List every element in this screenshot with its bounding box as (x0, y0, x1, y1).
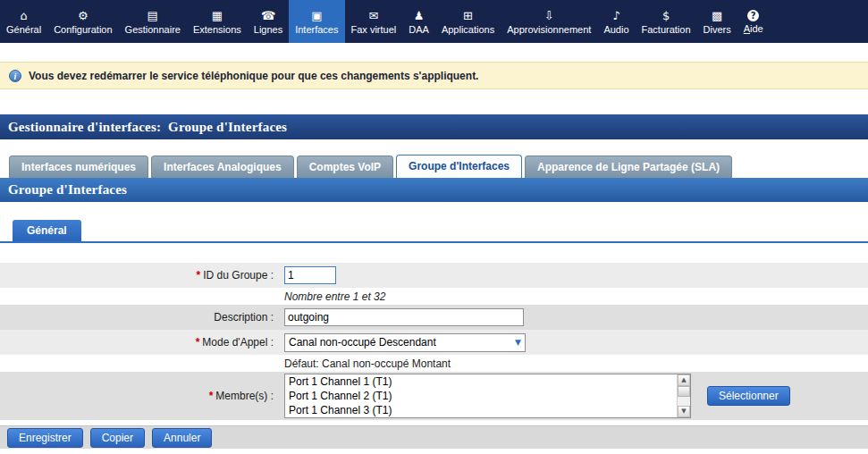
nav-item-label: DAA (409, 24, 429, 35)
required-marker: * (197, 269, 201, 282)
group-id-input[interactable] (284, 266, 336, 284)
nav-item-label: Applications (442, 24, 494, 35)
nav-item-extensions[interactable]: ▦ Extensions (187, 0, 248, 43)
nav-item-approvisionnement[interactable]: ⇩ Approvisionnement (501, 0, 597, 43)
copy-button[interactable]: Copier (90, 428, 145, 448)
group-id-label: *ID du Groupe : (0, 269, 277, 282)
members-row: *Membre(s) : Port 1 Channel 1 (T1) Port … (0, 372, 868, 420)
description-input[interactable] (284, 308, 524, 326)
card-index-icon: ▤ (147, 9, 158, 22)
save-button[interactable]: Enregistrer (7, 428, 83, 448)
music-note-icon: ♪ (612, 9, 619, 22)
ports-icon: ▣ (311, 9, 322, 22)
restart-warning-banner: i Vous devez redémarrer le service télép… (0, 62, 868, 89)
listbox-option[interactable]: Port 1 Channel 2 (T1) (285, 389, 690, 403)
nav-item-label: Gestionnaire (125, 24, 181, 35)
tab-bar: Interfaces numériques Interfaces Analogi… (0, 155, 868, 178)
nav-item-lignes[interactable]: ☎ Lignes (248, 0, 289, 43)
group-id-help-row: Nombre entre 1 et 32 (0, 288, 868, 305)
nav-item-label: Configuration (54, 24, 112, 35)
select-members-button[interactable]: Sélectionner (707, 386, 790, 406)
nav-item-label: Fax virtuel (351, 24, 397, 35)
nav-item-configuration[interactable]: ⚙ Configuration (47, 0, 118, 43)
chevron-down-icon: ▼ (515, 338, 525, 347)
required-marker: * (209, 390, 214, 402)
section-title: Groupe d'Interfaces (8, 182, 127, 198)
group-form: *ID du Groupe : Nombre entre 1 et 32 Des… (0, 263, 868, 420)
nav-item-interfaces[interactable]: ▣ Interfaces (289, 0, 344, 43)
nav-item-applications[interactable]: ⊞ Applications (435, 0, 501, 43)
nav-item-label: Audio (603, 24, 628, 35)
banner-text: Vous devez redémarrer le service télépho… (29, 70, 478, 82)
nav-item-label: Divers (704, 24, 731, 35)
fax-icon: ✉ (368, 9, 378, 22)
tab-apparence-sla[interactable]: Apparence de Ligne Partagée (SLA) (525, 156, 732, 178)
nav-item-label: Lignes (254, 24, 282, 35)
download-icon: ⇩ (544, 9, 554, 22)
nav-item-facturation[interactable]: $ Facturation (636, 0, 697, 43)
description-label: Description : (0, 311, 277, 324)
gear-icon: ⚙ (78, 9, 88, 22)
tab-interfaces-numeriques[interactable]: Interfaces numériques (9, 156, 148, 178)
apps-grid-icon: ⊞ (463, 9, 473, 22)
call-mode-help-text: Défaut: Canal non-occupé Montant (284, 356, 451, 372)
required-marker: * (196, 336, 200, 349)
page-header: Gestionnaire d'interfaces: Groupe d'Inte… (0, 114, 868, 139)
nav-item-gestionnaire[interactable]: ▤ Gestionnaire (119, 0, 187, 43)
listbox-option[interactable]: Port 1 Channel 1 (T1) (285, 374, 690, 389)
person-icon: ♟ (414, 9, 425, 22)
keypad-icon: ▦ (212, 9, 223, 22)
call-mode-select[interactable]: Canal non-occupé Descendant ▼ (284, 333, 526, 352)
nav-item-label: Aide (744, 23, 763, 34)
home-icon: ⌂ (20, 9, 27, 22)
cancel-button[interactable]: Annuler (152, 428, 212, 448)
tab-interfaces-analogiques[interactable]: Interfaces Analogiques (151, 156, 294, 178)
subtab-general[interactable]: Général (13, 220, 81, 241)
page-title: Gestionnaire d'interfaces: Groupe d'Inte… (8, 120, 287, 135)
scrollbar-thumb[interactable] (678, 386, 690, 397)
subtab-bar: Général (0, 222, 868, 243)
nav-item-divers[interactable]: ▩ Divers (697, 0, 737, 43)
nav-item-label: Général (6, 24, 41, 35)
scroll-down-icon[interactable]: ▼ (678, 406, 690, 417)
call-mode-help-row: Défaut: Canal non-occupé Montant (0, 355, 868, 372)
description-row: Description : (0, 305, 868, 330)
info-icon: i (9, 70, 21, 82)
nav-item-label: Extensions (193, 24, 241, 35)
group-id-row: *ID du Groupe : (0, 263, 868, 288)
call-mode-label: *Mode d'Appel : (0, 336, 277, 349)
top-navigation: ⌂ Général ⚙ Configuration ▤ Gestionnaire… (0, 0, 868, 43)
listbox-option[interactable]: Port 1 Channel 3 (T1) (285, 403, 690, 417)
call-mode-selected-value: Canal non-occupé Descendant (289, 336, 436, 349)
help-icon: ? (747, 10, 759, 21)
section-header: Groupe d'Interfaces (0, 178, 868, 202)
nav-item-aide[interactable]: ? Aide (737, 0, 770, 43)
nav-item-fax-virtuel[interactable]: ✉ Fax virtuel (345, 0, 403, 43)
billing-icon: $ (662, 9, 670, 22)
tab-groupe-interfaces[interactable]: Groupe d'Interfaces (396, 155, 522, 178)
actions-bar: Enregistrer Copier Annuler (0, 425, 868, 449)
nav-item-label: Interfaces (295, 24, 338, 35)
grid-icon: ▩ (712, 9, 722, 22)
members-listbox[interactable]: Port 1 Channel 1 (T1) Port 1 Channel 2 (… (284, 374, 691, 418)
nav-item-audio[interactable]: ♪ Audio (597, 0, 635, 43)
scroll-up-icon[interactable]: ▲ (678, 374, 690, 386)
scrollbar[interactable]: ▲ ▼ (677, 374, 690, 417)
members-label: *Membre(s) : (0, 390, 277, 402)
nav-item-general[interactable]: ⌂ Général (0, 0, 47, 43)
phone-icon: ☎ (261, 9, 275, 22)
tab-comptes-voip[interactable]: Comptes VoIP (297, 156, 393, 178)
nav-item-label: Approvisionnement (507, 24, 591, 35)
call-mode-row: *Mode d'Appel : Canal non-occupé Descend… (0, 330, 868, 355)
group-id-help-text: Nombre entre 1 et 32 (284, 289, 385, 305)
nav-item-label: Facturation (642, 24, 691, 35)
nav-item-daa[interactable]: ♟ DAA (402, 0, 435, 43)
